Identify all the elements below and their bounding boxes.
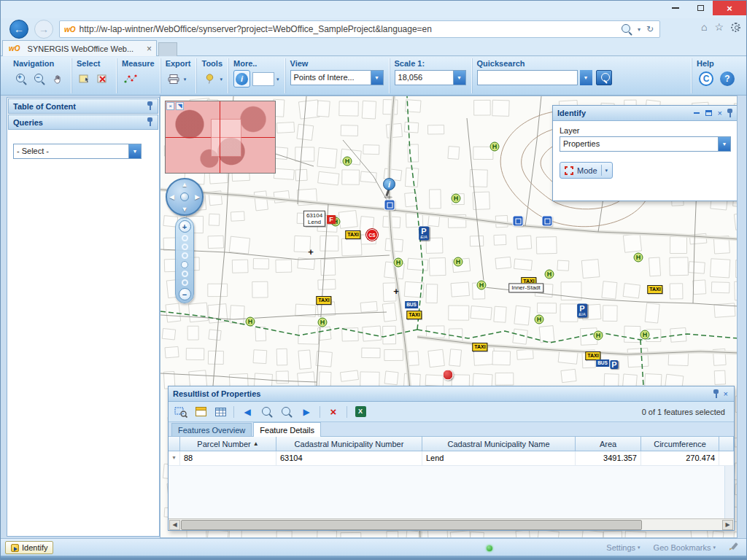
zoom-in-button[interactable]: + xyxy=(13,70,29,88)
export-caret-icon[interactable]: ▾ xyxy=(184,77,187,82)
zoom-previous-button[interactable] xyxy=(259,404,275,420)
zoom-slider[interactable]: + − xyxy=(175,217,194,303)
more-tools-listbox[interactable] xyxy=(252,72,274,86)
scrollbar-thumb[interactable] xyxy=(181,520,642,530)
zoom-to-selection-button[interactable] xyxy=(173,404,189,420)
browser-forward-button[interactable]: → xyxy=(34,20,53,39)
view-dropdown[interactable]: Points of Intere... ▼ xyxy=(290,70,384,85)
tab-close-icon[interactable]: × xyxy=(147,44,152,54)
tab-features-overview[interactable]: Features Overview xyxy=(171,423,252,436)
layer-dropdown[interactable]: Properties ▼ xyxy=(560,136,731,152)
sidebar-item-queries[interactable]: Queries xyxy=(8,114,158,130)
measure-button[interactable] xyxy=(122,70,139,88)
pin-icon[interactable] xyxy=(727,109,733,118)
url-field[interactable]: wO http://w-lap-wintner/WebOffice/synser… xyxy=(59,20,660,38)
zoom-slider-handle[interactable] xyxy=(181,261,188,268)
quicksearch-input[interactable] xyxy=(477,70,578,85)
column-header-cadastral-municipality-number[interactable]: Cadastral Municipality Number xyxy=(276,437,422,451)
window-minimize-button[interactable] xyxy=(663,1,688,15)
pan-down-icon[interactable]: ▼ xyxy=(182,206,188,213)
export-excel-button[interactable]: X xyxy=(352,404,368,420)
next-feature-button[interactable]: ▶ xyxy=(298,404,314,420)
pan-up-icon[interactable]: ▲ xyxy=(182,181,188,188)
mode-caret-icon[interactable]: ▾ xyxy=(605,168,608,173)
remove-results-button[interactable]: × xyxy=(325,404,341,420)
table-row[interactable]: ▾ 88 63104 Lend 3491.357 270.474 xyxy=(169,451,734,466)
pan-button[interactable] xyxy=(50,70,66,88)
pan-center-icon[interactable] xyxy=(180,192,189,201)
settings-menu[interactable]: Settings▾ xyxy=(606,543,640,552)
pin-icon[interactable] xyxy=(147,101,153,111)
more-caret-icon[interactable]: ▾ xyxy=(276,77,279,82)
scroll-left-icon[interactable]: ◀ xyxy=(169,520,180,530)
previous-feature-button[interactable]: ◀ xyxy=(239,404,255,420)
zoom-slider-minus-button[interactable]: − xyxy=(179,288,191,300)
geo-bookmarks-menu[interactable]: Geo Bookmarks▾ xyxy=(654,543,716,552)
window-maximize-button[interactable] xyxy=(688,1,713,15)
zoom-level-tick[interactable] xyxy=(182,279,188,286)
window-close-button[interactable]: × xyxy=(713,1,746,15)
zoom-slider-plus-button[interactable]: + xyxy=(179,220,191,233)
active-tool-button[interactable]: Identify xyxy=(5,541,53,554)
row-expander-icon[interactable]: ▾ xyxy=(169,451,180,466)
context-help-button[interactable]: C xyxy=(697,70,716,88)
panel-float-icon[interactable] xyxy=(704,110,713,116)
pan-right-icon[interactable]: ▶ xyxy=(195,193,200,201)
tools-button[interactable] xyxy=(201,70,217,88)
settings-gear-icon[interactable] xyxy=(731,23,740,32)
horizontal-scrollbar[interactable]: ◀ ▶ xyxy=(169,518,734,530)
sidebar-item-table-of-content[interactable]: Table of Content xyxy=(8,98,158,114)
tab-feature-details[interactable]: Feature Details xyxy=(253,422,321,437)
column-header-parcel-number[interactable]: Parcel Number▲ xyxy=(180,437,276,451)
zoom-level-tick[interactable] xyxy=(182,235,188,241)
url-text[interactable]: http://w-lap-wintner/WebOffice/synserver… xyxy=(80,24,622,34)
overview-expand-icon[interactable]: ◥ xyxy=(176,102,184,110)
home-icon[interactable]: ⌂ xyxy=(701,21,707,33)
panel-close-icon[interactable]: × xyxy=(722,390,729,398)
edit-pencil-icon[interactable] xyxy=(729,542,739,553)
scroll-right-icon[interactable]: ▶ xyxy=(722,520,733,530)
layer-dropdown-caret[interactable]: ▼ xyxy=(718,137,730,151)
panel-minimize-icon[interactable] xyxy=(692,112,701,114)
zoom-level-tick[interactable] xyxy=(182,244,188,250)
resultlist-panel-header[interactable]: Resultlist of Properties × xyxy=(169,386,734,402)
pin-icon[interactable] xyxy=(147,117,153,127)
zoom-next-button[interactable] xyxy=(279,404,295,420)
table-view-button[interactable] xyxy=(212,404,228,420)
url-dropdown-caret[interactable]: ▾ xyxy=(638,26,640,33)
help-button[interactable]: ? xyxy=(718,70,737,88)
overview-close-icon[interactable]: × xyxy=(166,102,174,110)
refresh-icon[interactable]: ↻ xyxy=(646,24,654,34)
query-select-dropdown[interactable]: - Select - ▼ xyxy=(13,144,142,159)
new-tab-button[interactable] xyxy=(158,42,177,56)
tools-caret-icon[interactable]: ▾ xyxy=(220,77,222,82)
pan-left-icon[interactable]: ◀ xyxy=(169,193,174,201)
scale-dropdown[interactable]: 18,056 ▼ xyxy=(395,70,466,85)
favorites-star-icon[interactable]: ☆ xyxy=(714,21,724,33)
map-canvas[interactable]: HHHHHHHHHHHHHHTAXITAXITAXITAXITAXITAXITA… xyxy=(160,96,738,538)
clear-selection-button[interactable] xyxy=(95,70,111,88)
panel-close-icon[interactable]: × xyxy=(716,109,724,117)
column-header-area[interactable]: Area xyxy=(576,437,641,451)
search-icon[interactable] xyxy=(622,24,632,34)
print-button[interactable] xyxy=(166,70,182,88)
zoom-level-tick[interactable] xyxy=(182,252,188,259)
identify-panel-header[interactable]: Identify × xyxy=(553,106,738,121)
query-select-caret[interactable]: ▼ xyxy=(128,144,141,158)
vertical-scrollbar[interactable] xyxy=(724,466,734,518)
identify-mode-button[interactable]: Mode ▾ xyxy=(560,162,613,179)
browser-tab[interactable]: wO SYNERGIS WebOffice Web... × xyxy=(2,40,157,56)
column-header-cadastral-municipality-name[interactable]: Cadastral Municipality Name xyxy=(422,437,576,451)
open-window-button[interactable] xyxy=(193,404,209,420)
identify-info-button[interactable]: i xyxy=(233,70,250,88)
zoom-out-button[interactable]: − xyxy=(31,70,47,88)
pan-pad[interactable]: ▲ ▼ ◀ ▶ xyxy=(166,178,204,216)
quicksearch-caret[interactable]: ▼ xyxy=(580,70,592,85)
zoom-level-tick[interactable] xyxy=(182,271,188,277)
pin-icon[interactable] xyxy=(713,389,719,399)
browser-back-button[interactable]: ← xyxy=(9,20,28,39)
overview-map[interactable]: × ◥ xyxy=(165,101,276,174)
column-header-circumference[interactable]: Circumference xyxy=(641,437,719,451)
select-features-button[interactable] xyxy=(77,70,93,88)
scale-dropdown-caret[interactable]: ▼ xyxy=(453,71,465,85)
